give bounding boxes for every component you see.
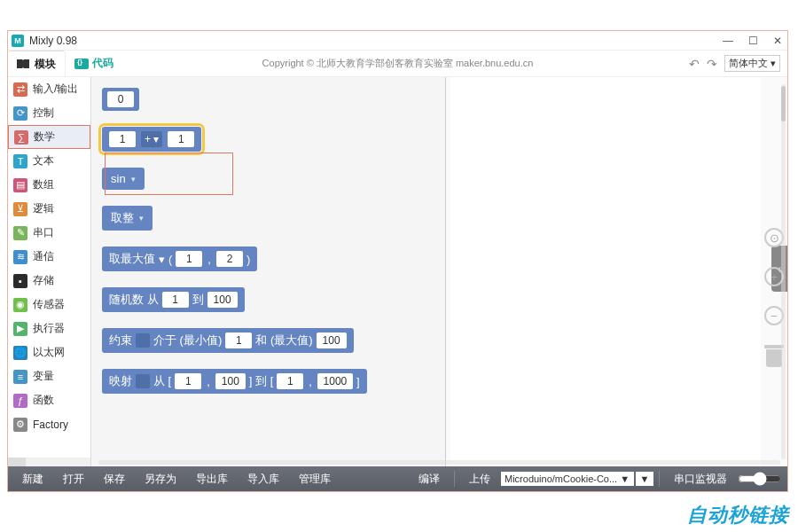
header: 模块 代码 Copyright © 北师大教育学部创客教育实验室 maker.b… <box>8 51 787 77</box>
sidebar-item-串口[interactable]: ✎串口 <box>8 221 90 245</box>
constrain-max[interactable] <box>317 332 347 348</box>
category-icon: ⟳ <box>13 106 27 121</box>
import-button[interactable]: 导入库 <box>239 469 288 489</box>
sidebar-item-控制[interactable]: ⟳控制 <box>8 101 90 125</box>
new-button[interactable]: 新建 <box>13 469 52 489</box>
sidebar-item-label: 通信 <box>33 249 54 264</box>
category-icon: ⇄ <box>13 82 27 97</box>
category-icon: ƒ <box>13 394 27 408</box>
sidebar-item-label: 数学 <box>34 129 55 145</box>
block-arithmetic[interactable]: + ▾ <box>102 127 434 152</box>
sidebar-item-label: 文本 <box>33 153 54 168</box>
sidebar-item-label: 串口 <box>33 225 54 240</box>
block-flyout: + ▾ sin▾ 取整▾ 取最大值▾ ( , <box>91 77 446 466</box>
close-icon[interactable]: ✕ <box>771 35 784 47</box>
compile-button[interactable]: 编译 <box>410 469 449 489</box>
sidebar-item-label: 函数 <box>33 393 54 408</box>
block-floor[interactable]: 取整▾ <box>102 206 434 231</box>
monitor-button[interactable]: 串口监视器 <box>665 469 736 489</box>
upload-button[interactable]: 上传 <box>460 469 499 489</box>
sidebar-item-传感器[interactable]: ◉传感器 <box>8 293 90 317</box>
sidebar-item-label: 执行器 <box>33 321 65 336</box>
operator-select[interactable]: + ▾ <box>141 131 162 147</box>
language-select[interactable]: 简体中文 ▾ <box>724 55 780 72</box>
sidebar-item-label: 输入/输出 <box>33 82 78 97</box>
minimize-icon[interactable]: — <box>722 35 734 47</box>
sidebar-hscroll[interactable] <box>8 458 90 466</box>
category-sidebar: ⇄输入/输出⟳控制∑数学T文本▤数组⊻逻辑✎串口≋通信▪存储◉传感器▶执行器🌐以… <box>8 77 91 466</box>
title-bar: M Mixly 0.98 — ☐ ✕ <box>8 31 787 51</box>
copyright-text: Copyright © 北师大教育学部创客教育实验室 maker.bnu.edu… <box>262 57 534 70</box>
constrain-min[interactable] <box>225 332 252 348</box>
saveas-button[interactable]: 另存为 <box>136 469 185 489</box>
sidebar-item-label: 逻辑 <box>33 201 54 216</box>
watermark: 自动秒链接 <box>687 502 789 528</box>
port-select[interactable]: ▼ <box>636 472 653 486</box>
block-number[interactable] <box>102 88 434 111</box>
sidebar-item-label: 传感器 <box>33 297 65 312</box>
sidebar-item-数学[interactable]: ∑数学 <box>8 125 90 149</box>
math-operand-b[interactable] <box>168 131 194 147</box>
sidebar-item-label: 数组 <box>33 177 54 192</box>
tab-code[interactable]: 代码 <box>66 56 122 71</box>
sidebar-item-label: Factory <box>33 419 68 431</box>
map-from-high[interactable] <box>215 373 246 389</box>
category-icon: ≋ <box>13 250 27 264</box>
sidebar-item-存储[interactable]: ▪存储 <box>8 269 90 293</box>
category-icon: ▤ <box>13 178 27 192</box>
block-trig[interactable]: sin▾ <box>102 168 434 190</box>
category-icon: ≡ <box>13 370 27 384</box>
max-b[interactable] <box>216 251 243 267</box>
rand-to[interactable] <box>207 292 238 308</box>
sidebar-item-变量[interactable]: ≡变量 <box>8 364 90 388</box>
sidebar-item-文本[interactable]: T文本 <box>8 149 90 173</box>
rand-from[interactable] <box>162 292 189 308</box>
sidebar-item-数组[interactable]: ▤数组 <box>8 173 90 197</box>
maximize-icon[interactable]: ☐ <box>747 35 759 47</box>
category-icon: ✎ <box>13 226 27 240</box>
zoom-slider[interactable] <box>738 472 782 486</box>
math-operand-a[interactable] <box>109 131 136 147</box>
redo-icon[interactable]: ↷ <box>707 57 717 71</box>
max-a[interactable] <box>176 251 202 267</box>
sidebar-item-label: 变量 <box>33 369 54 384</box>
sidebar-item-函数[interactable]: ƒ函数 <box>8 388 90 412</box>
map-to-low[interactable] <box>277 373 303 389</box>
save-button[interactable]: 保存 <box>95 469 134 489</box>
chevron-down-icon[interactable]: ▾ <box>159 253 165 266</box>
book-icon <box>17 59 29 68</box>
sidebar-item-通信[interactable]: ≋通信 <box>8 245 90 269</box>
manage-button[interactable]: 管理库 <box>290 469 340 489</box>
code-icon <box>74 59 89 69</box>
sidebar-item-逻辑[interactable]: ⊻逻辑 <box>8 197 90 221</box>
block-constrain[interactable]: 约束 介于 (最小值) 和 (最大值) <box>102 328 434 353</box>
sidebar-item-输入/输出[interactable]: ⇄输入/输出 <box>8 77 90 101</box>
number-input[interactable] <box>107 91 134 107</box>
export-button[interactable]: 导出库 <box>187 469 237 489</box>
h-scrollbar[interactable] <box>98 460 780 465</box>
board-select[interactable]: Microduino/mCookie-Co... ▼ <box>501 472 634 486</box>
sidebar-item-label: 控制 <box>33 106 54 121</box>
block-map[interactable]: 映射 从 [ , ] 到 [ , ] <box>102 369 434 394</box>
chevron-down-icon[interactable]: ▾ <box>139 214 144 223</box>
undo-icon[interactable]: ↶ <box>689 57 700 71</box>
bottom-toolbar: 新建 打开 保存 另存为 导出库 导入库 管理库 编译 上传 Microduin… <box>8 466 787 491</box>
map-to-high[interactable] <box>317 373 353 389</box>
workspace[interactable]: + ▾ sin▾ 取整▾ 取最大值▾ ( , <box>91 77 787 466</box>
window-title: Mixly 0.98 <box>29 35 77 47</box>
tab-code-label: 代码 <box>92 56 113 71</box>
sidebar-item-以太网[interactable]: 🌐以太网 <box>8 340 90 364</box>
tab-modules[interactable]: 模块 <box>8 51 66 76</box>
open-button[interactable]: 打开 <box>54 469 93 489</box>
chevron-down-icon[interactable]: ▾ <box>131 175 136 184</box>
category-icon: ⚙ <box>13 418 27 432</box>
map-from-low[interactable] <box>175 373 201 389</box>
block-max[interactable]: 取最大值▾ ( , ) <box>102 246 434 271</box>
sidebar-item-执行器[interactable]: ▶执行器 <box>8 317 90 340</box>
canvas[interactable] <box>450 77 761 466</box>
category-icon: T <box>13 154 27 168</box>
v-scrollbar[interactable] <box>781 84 786 459</box>
sidebar-item-Factory[interactable]: ⚙Factory <box>8 412 90 436</box>
category-icon: ▶ <box>13 322 27 336</box>
block-random[interactable]: 随机数 从 到 <box>102 287 434 312</box>
